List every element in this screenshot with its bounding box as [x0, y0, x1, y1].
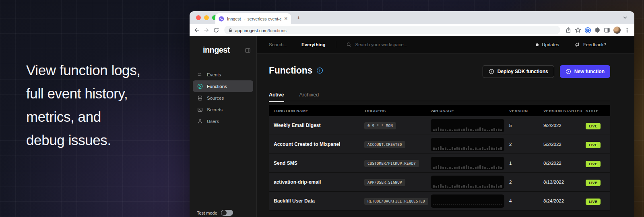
- usage-bar: [479, 127, 481, 131]
- updates-button[interactable]: Updates: [536, 42, 559, 47]
- sidebar-item-functions[interactable]: Functions: [193, 80, 253, 92]
- sidebar-item-sources[interactable]: Sources: [193, 92, 253, 104]
- page-title: Functions: [269, 65, 312, 76]
- function-name: activation-drip-email: [274, 179, 364, 185]
- table-row[interactable]: Weekly Email Digest0 9 * * MON59/2/2022L…: [269, 116, 610, 135]
- usage-bar: [498, 186, 500, 188]
- url-bar[interactable]: app.inngest.com/functions: [224, 26, 560, 34]
- share-icon[interactable]: [565, 27, 572, 33]
- extensions-puzzle-icon[interactable]: [594, 27, 601, 33]
- usage-bar: [466, 127, 467, 131]
- reload-icon[interactable]: [213, 27, 219, 33]
- usage-bar: [433, 167, 435, 169]
- collapse-sidebar-icon[interactable]: [245, 47, 251, 53]
- workspace-search-input[interactable]: Search your workspace...: [355, 42, 407, 47]
- usage-bar: [496, 167, 497, 169]
- usage-sparkline-chart: [431, 119, 504, 132]
- marketing-backdrop: View function logs,full event history,me…: [0, 0, 644, 217]
- usage-bar: [449, 167, 451, 169]
- function-name: Account Created to Mixpanel: [274, 141, 364, 147]
- browser-tab[interactable]: Inngest → serverless event-dri ✕: [215, 13, 291, 24]
- usage-bar: [438, 147, 440, 150]
- tab-close-icon[interactable]: ✕: [284, 16, 288, 21]
- trigger-badge: CUSTOMER/PICKUP.READY: [364, 160, 419, 167]
- table-body: Weekly Email Digest0 9 * * MON59/2/2022L…: [269, 116, 610, 211]
- new-tab-button[interactable]: +: [295, 14, 302, 21]
- usage-bar: [491, 185, 493, 188]
- usage-bar: [500, 147, 502, 150]
- sidebar: inngest EventsFunctionsSourcesSecretsUse…: [190, 36, 257, 217]
- usage-bar: [473, 130, 474, 131]
- window-controls: [196, 15, 217, 20]
- usage-bar: [491, 167, 493, 169]
- minimize-window-icon[interactable]: [204, 15, 209, 20]
- close-window-icon[interactable]: [196, 15, 201, 20]
- usage-bar: [489, 168, 490, 169]
- browser-menu-icon[interactable]: [624, 27, 630, 33]
- version-number: 2: [509, 142, 543, 147]
- table-row[interactable]: activation-drip-emailAPP/USER.SIGNUP28/1…: [269, 173, 610, 192]
- chevron-down-icon[interactable]: [622, 15, 628, 20]
- new-function-button[interactable]: New function: [560, 65, 610, 78]
- usage-bar: [452, 185, 453, 188]
- info-icon[interactable]: [316, 67, 323, 74]
- column-header: TRIGGERS: [364, 108, 431, 113]
- usage-bar: [461, 186, 462, 188]
- usage-bar: [491, 147, 493, 150]
- deploy-sdk-functions-button[interactable]: Deploy SDK functions: [483, 65, 554, 78]
- table-row[interactable]: Account Created to MixpanelACCOUNT.CREAT…: [269, 135, 610, 154]
- usage-bar: [477, 166, 479, 169]
- sidebar-item-secrets[interactable]: Secrets: [193, 104, 253, 115]
- function-name: Send SMS: [274, 160, 364, 166]
- usage-bar: [438, 127, 440, 131]
- usage-bar: [482, 166, 483, 169]
- usage-bar: [496, 147, 497, 150]
- usage-bar: [447, 149, 449, 150]
- usage-bar: [468, 146, 469, 150]
- search-menu-button[interactable]: Search...: [269, 42, 287, 47]
- usage-bar: [479, 165, 481, 169]
- bookmark-star-icon[interactable]: [575, 27, 581, 33]
- version-number: 4: [509, 199, 543, 203]
- functions-page: Functions Deploy SDK functions: [257, 54, 634, 217]
- onepassword-extension-icon[interactable]: [584, 27, 591, 33]
- back-icon[interactable]: [194, 27, 200, 33]
- sidebar-item-events[interactable]: Events: [193, 69, 253, 80]
- usage-bar: [445, 185, 446, 188]
- column-header: STATE: [586, 108, 610, 113]
- search-scope-everything[interactable]: Everything: [301, 42, 325, 47]
- state-badge: LIVE: [586, 123, 601, 129]
- usage-bar: [477, 187, 479, 188]
- column-header: FUNCTION NAME: [274, 108, 364, 113]
- usage-bar: [449, 129, 451, 131]
- table-row[interactable]: Send SMSCUSTOMER/PICKUP.READY18/2/2022LI…: [269, 154, 610, 173]
- functions-icon: [197, 84, 203, 89]
- forward-icon[interactable]: [203, 27, 210, 33]
- usage-bar: [440, 129, 442, 131]
- sidebar-item-label: Users: [207, 119, 219, 124]
- usage-bar: [498, 148, 500, 150]
- usage-bar: [475, 147, 477, 150]
- usage-bar: [500, 129, 502, 131]
- deploy-button-label: Deploy SDK functions: [497, 69, 548, 74]
- users-icon: [197, 119, 203, 124]
- usage-bar: [456, 147, 458, 150]
- feedback-button[interactable]: Feedback?: [574, 42, 606, 47]
- usage-sparkline-chart: [431, 176, 504, 189]
- sidebar-nav: EventsFunctionsSourcesSecretsUsers: [193, 69, 253, 127]
- side-panel-icon[interactable]: [604, 27, 610, 33]
- table-row[interactable]: Backfill User DataRETOOL/BACKFILL.REQUES…: [269, 192, 610, 211]
- usage-bar: [493, 186, 495, 188]
- sidebar-item-users[interactable]: Users: [193, 115, 253, 127]
- usage-bar: [487, 168, 488, 169]
- search-icon: [347, 42, 351, 47]
- usage-bar: [466, 186, 467, 188]
- test-mode-label: Test mode: [197, 211, 217, 215]
- usage-bar: [438, 185, 440, 188]
- trigger-badge: APP/USER.SIGNUP: [364, 179, 405, 186]
- test-mode-toggle[interactable]: [221, 210, 233, 216]
- profile-avatar[interactable]: [613, 27, 621, 34]
- usage-bar: [470, 167, 472, 169]
- usage-bar: [482, 128, 483, 131]
- function-name: Weekly Email Digest: [274, 123, 364, 128]
